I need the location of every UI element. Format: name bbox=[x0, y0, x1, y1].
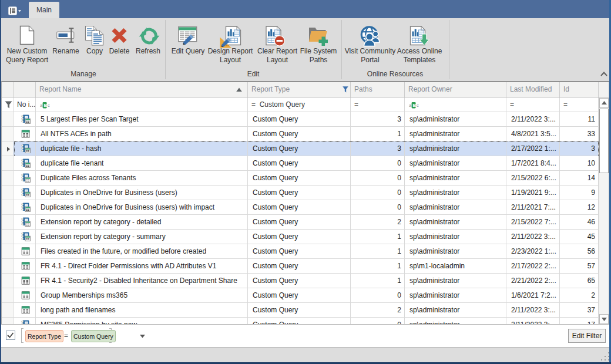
svg-text:c: c bbox=[48, 103, 50, 108]
svg-text:B: B bbox=[413, 103, 417, 108]
svg-text:B: B bbox=[44, 103, 48, 108]
svg-text:a: a bbox=[409, 103, 412, 108]
svg-text:a: a bbox=[40, 103, 43, 108]
svg-text:c: c bbox=[417, 103, 419, 108]
